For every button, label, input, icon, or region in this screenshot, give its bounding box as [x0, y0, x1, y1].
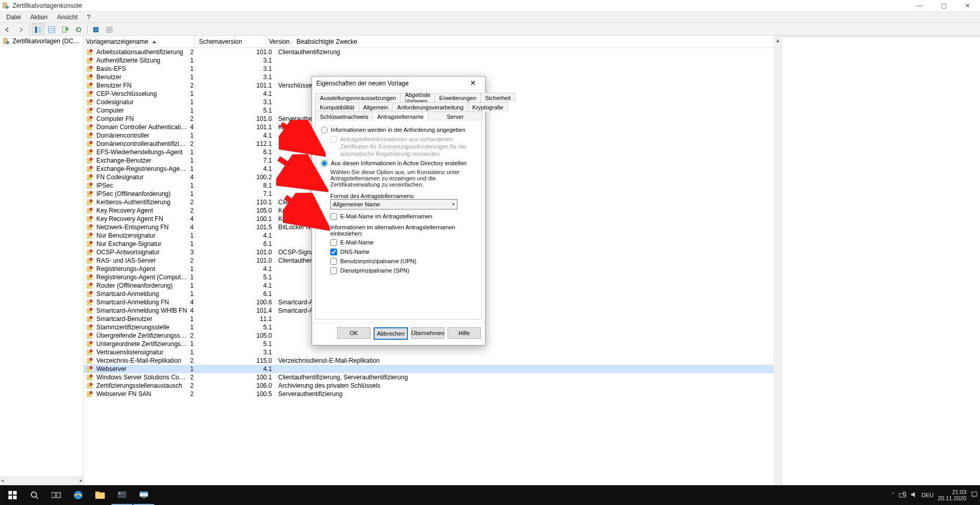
table-row[interactable]: Webserver FN SAN2100.5Serverauthentifizi…: [84, 390, 781, 398]
taskbar[interactable]: ˄ DEU 21:03 20.11.2020: [0, 485, 980, 505]
svg-rect-95: [88, 178, 90, 179]
radio-supply-in-request[interactable]: Informationen werden in der Anforderung …: [321, 126, 476, 133]
server-manager-taskbar-button[interactable]: [111, 485, 132, 505]
radio-build-from-ad[interactable]: Aus diesen Informationen in Active Direc…: [321, 159, 476, 167]
mmc-taskbar-button[interactable]: [133, 485, 154, 505]
tray-sound-icon[interactable]: [910, 491, 917, 499]
ok-button[interactable]: OK: [337, 327, 370, 339]
system-tray[interactable]: ˄ DEU 21:03 20.11.2020: [891, 489, 978, 501]
checkbox-san-upn-input[interactable]: [330, 258, 337, 265]
list-view-button[interactable]: [45, 23, 58, 36]
col-schema[interactable]: Schemaversion: [195, 36, 266, 47]
scroll-up-icon[interactable]: ▴: [774, 36, 781, 44]
scroll-left-icon[interactable]: ◂: [1, 477, 4, 483]
help-button[interactable]: Hilfe: [448, 327, 481, 339]
tab-abgel-ste-vorlagen[interactable]: Abgelöste Vorlagen: [400, 93, 435, 102]
tab-kryptografie[interactable]: Kryptografie: [468, 102, 508, 112]
nav-back-button[interactable]: [1, 23, 14, 36]
svg-rect-130: [88, 237, 90, 237]
tray-clock[interactable]: 21:03 20.11.2020: [938, 489, 966, 501]
svg-point-62: [90, 125, 92, 127]
tab-server[interactable]: Server: [428, 112, 482, 121]
column-headers[interactable]: Vorlagenanzeigename Schemaversion Versio…: [84, 36, 781, 48]
row-version: 100.5: [253, 390, 274, 398]
svg-rect-178: [88, 318, 90, 318]
svg-rect-241: [118, 496, 126, 498]
cancel-button[interactable]: Abbrechen: [374, 327, 408, 340]
taskview-button[interactable]: [46, 485, 67, 505]
table-row[interactable]: Zertifizierungsstellenaustausch2106.0Arc…: [84, 381, 781, 390]
radio-ad-input[interactable]: [321, 160, 328, 167]
checkbox-san-spn-input[interactable]: [330, 267, 337, 274]
checkbox-san-dns-input[interactable]: [330, 249, 337, 255]
col-purpose[interactable]: Beabsichtigte Zwecke: [292, 36, 781, 47]
menubar[interactable]: Datei Aktion Ansicht ?: [0, 12, 980, 23]
table-row[interactable]: Windows Server Solutions Computer Cer...…: [84, 373, 781, 381]
toggle-tree-button[interactable]: [32, 23, 44, 36]
radio-supply-input[interactable]: [321, 127, 328, 133]
apply-button[interactable]: Übernehmen: [411, 327, 444, 339]
table-row[interactable]: Authentifizierte Sitzung13.1: [84, 56, 781, 65]
checkbox-email-subject-input[interactable]: [330, 213, 337, 220]
tab-erweiterungen[interactable]: Erweiterungen: [435, 93, 481, 102]
checkbox-email-in-subject[interactable]: E-Mail-Name im Antragstellernamen: [330, 213, 476, 220]
menu-view[interactable]: Ansicht: [53, 14, 81, 21]
checkbox-san-email-input[interactable]: [330, 239, 337, 246]
tray-notifications-icon[interactable]: [971, 491, 978, 499]
checkbox-san-spn[interactable]: Dienstprinzipalname (SPN): [330, 267, 476, 274]
row-version: 105.0: [253, 206, 274, 215]
menu-file[interactable]: Datei: [2, 14, 25, 21]
help-button[interactable]: ?: [90, 23, 102, 36]
tray-up-icon[interactable]: ˄: [891, 492, 895, 499]
tab-sicherheit[interactable]: Sicherheit: [480, 93, 515, 102]
svg-rect-33: [88, 76, 90, 77]
tree-root-item[interactable]: Zertifikatvorlagen (DC2-2016.AD: [0, 36, 83, 46]
table-row[interactable]: Vertrauenslistensignatur13.1: [84, 348, 781, 356]
maximize-button[interactable]: ▢: [933, 0, 954, 11]
close-button[interactable]: ✕: [957, 0, 978, 11]
checkbox-san-dns[interactable]: DNS-Name: [330, 248, 476, 255]
tab-anforderungsverarbeitung[interactable]: Anforderungsverarbeitung: [392, 102, 468, 112]
table-row[interactable]: Webserver14.1: [84, 365, 781, 373]
svg-rect-83: [88, 159, 90, 160]
tab-allgemein[interactable]: Allgemein: [358, 102, 393, 112]
right-empty-pane: [782, 36, 980, 485]
template-properties-dialog[interactable]: Eigenschaften der neuen Vorlage ✕ Ausste…: [312, 76, 486, 346]
table-row[interactable]: Verzeichnis-E-Mail-Replikation2115.0Verz…: [84, 356, 781, 365]
table-row[interactable]: Basis-EFS13.1: [84, 65, 781, 73]
tab-antragstellername[interactable]: Antragstellername: [373, 112, 428, 121]
scroll-right-icon[interactable]: ▸: [80, 477, 82, 483]
row-purpose: [274, 56, 781, 65]
row-version: 8.1: [253, 181, 274, 190]
ie-taskbar-button[interactable]: [68, 485, 89, 505]
scrollbar-vertical[interactable]: ▴: [774, 36, 781, 485]
menu-action[interactable]: Aktion: [26, 14, 52, 21]
dialog-titlebar[interactable]: Eigenschaften der neuen Vorlage ✕: [312, 77, 485, 91]
start-button[interactable]: [2, 485, 23, 505]
tab-schl-sselnachweis[interactable]: Schlüsselnachweis: [315, 112, 373, 121]
tab-kompatibilit-t[interactable]: Kompatibilität: [315, 102, 359, 112]
scrollbar-horizontal[interactable]: ◂ ▸: [0, 476, 84, 485]
table-row[interactable]: Arbeitsstationsauthentifizierung2101.0Cl…: [84, 48, 781, 56]
dialog-close-button[interactable]: ✕: [465, 78, 481, 89]
svg-point-37: [90, 83, 92, 85]
nav-forward-button[interactable]: [15, 23, 27, 36]
subject-format-combobox[interactable]: Allgemeiner Name ▾: [330, 199, 457, 210]
svg-rect-205: [88, 362, 90, 362]
properties-button[interactable]: [103, 23, 116, 36]
minimize-button[interactable]: —: [909, 0, 930, 11]
tree-pane[interactable]: Zertifikatvorlagen (DC2-2016.AD: [0, 36, 84, 485]
export-button[interactable]: [59, 23, 71, 36]
search-button[interactable]: [24, 485, 45, 505]
col-version[interactable]: Version: [266, 36, 292, 47]
checkbox-san-upn[interactable]: Benutzerprinzipalname (UPN): [330, 257, 476, 265]
tray-language[interactable]: DEU: [922, 492, 934, 498]
explorer-taskbar-button[interactable]: [90, 485, 110, 505]
col-name[interactable]: Vorlagenanzeigename: [84, 36, 195, 47]
tray-network-icon[interactable]: [899, 491, 906, 499]
tab-ausstellungsvoraussetzungen[interactable]: Ausstellungsvoraussetzungen: [315, 93, 401, 102]
titlebar[interactable]: Zertifikatvorlagenkonsole — ▢ ✕: [0, 0, 980, 12]
refresh-button[interactable]: [72, 23, 85, 36]
menu-help[interactable]: ?: [83, 14, 95, 21]
checkbox-san-email[interactable]: E-Mail-Name: [330, 239, 476, 246]
